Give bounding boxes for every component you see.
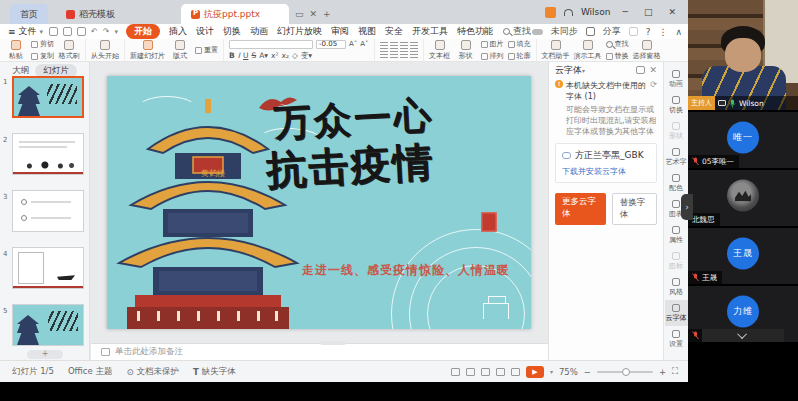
sidebar-item-transition[interactable]: 切换 <box>665 92 688 118</box>
slide-thumbnail-5[interactable] <box>12 304 84 346</box>
close-tab-icon[interactable]: ✕ <box>310 4 318 24</box>
text-effects-button[interactable]: 变▾ <box>301 51 312 61</box>
slideshow-play-button[interactable]: ▶ <box>526 366 544 378</box>
tab-review[interactable]: 审阅 <box>331 25 349 38</box>
strikethrough-button[interactable]: S <box>251 51 256 60</box>
outline-button[interactable]: 轮廓 <box>508 51 531 61</box>
align-center-icon[interactable] <box>390 51 398 58</box>
tab-docer-templates[interactable]: 稻壳模板 <box>56 4 125 24</box>
zoom-in-button[interactable]: + <box>659 367 666 377</box>
clear-format-button[interactable]: ◇ <box>292 51 298 60</box>
slide-thumbnail-1[interactable] <box>12 76 84 118</box>
present-tools-button[interactable]: 演示工具 <box>574 40 602 61</box>
participant-tile[interactable]: 力维 巢力维 <box>688 286 798 342</box>
indent-decrease-icon[interactable] <box>400 42 408 49</box>
slide-title-textbox[interactable]: 万众一心 抗击疫情 <box>273 92 525 190</box>
participant-tile[interactable]: 王晟 王晟 <box>688 228 798 284</box>
more-cloud-fonts-button[interactable]: 更多云字体 <box>555 193 606 225</box>
slide-thumbnail-4[interactable] <box>12 247 84 289</box>
maximize-button[interactable]: □ <box>640 7 657 17</box>
more-icon[interactable]: ⋮ <box>658 27 667 37</box>
textbox-button[interactable]: 文本框 <box>429 40 451 61</box>
bullets-icon[interactable] <box>380 42 388 49</box>
share-button[interactable]: 分享 <box>603 25 621 38</box>
notes-bar[interactable]: 单击此处添加备注 <box>91 343 548 360</box>
sidebar-item-color-scheme[interactable]: 配色 <box>665 170 688 196</box>
paste-button[interactable]: 粘贴 <box>5 40 27 61</box>
slide-thumbnail-2[interactable] <box>12 133 84 175</box>
slide-thumbnail-3[interactable] <box>12 190 84 232</box>
zoom-slider[interactable] <box>597 371 653 373</box>
font-name-combobox[interactable] <box>229 40 313 49</box>
align-right-icon[interactable] <box>400 51 408 58</box>
protection-status[interactable]: ⊙ 文档未保护 <box>126 366 179 378</box>
grow-font-button[interactable]: A˄ <box>349 40 357 48</box>
undo-icon[interactable]: ↶ <box>91 27 98 36</box>
tab-document-active[interactable]: 抗疫ppt.pptx <box>181 4 289 24</box>
new-tab-button[interactable]: + <box>323 4 331 24</box>
close-panel-icon[interactable]: ✕ <box>649 65 657 75</box>
notes-resize-handle[interactable] <box>320 341 346 345</box>
chevron-down-icon[interactable]: ▾ <box>582 67 585 74</box>
sidebar-item-animation[interactable]: 动画 <box>665 66 688 92</box>
picture-button[interactable]: 图片 <box>481 39 504 49</box>
cut-button[interactable]: 剪切 <box>31 39 54 49</box>
tab-transition[interactable]: 切换 <box>223 25 241 38</box>
theme-name[interactable]: Office 主题 <box>68 366 113 378</box>
file-menu[interactable]: ≡ 文件 ▾ <box>0 25 49 38</box>
tab-start[interactable]: 开始 <box>126 24 160 39</box>
copy-button[interactable]: 复制 <box>31 51 54 61</box>
bold-button[interactable]: B <box>229 51 235 60</box>
comments-icon[interactable] <box>511 368 520 376</box>
arrange-button[interactable]: 排列 <box>481 51 504 61</box>
comment-bubble-icon[interactable]: ▭ <box>295 4 304 24</box>
replace-font-button[interactable]: 替换字体 <box>612 193 657 225</box>
save-icon[interactable] <box>49 27 58 36</box>
tab-special-features[interactable]: 特色功能 <box>457 25 493 38</box>
slide-sorter-icon[interactable] <box>481 368 490 376</box>
redo-icon[interactable]: ↷ <box>103 27 110 36</box>
shrink-font-button[interactable]: A˅ <box>360 40 368 48</box>
tab-insert[interactable]: 插入 <box>169 25 187 38</box>
sidebar-item-settings[interactable]: 设置 <box>665 326 688 352</box>
format-painter-button[interactable]: 格式刷 <box>58 40 80 61</box>
tab-home[interactable]: 首页 <box>10 4 48 24</box>
sync-status[interactable]: 未同步 <box>551 25 578 38</box>
play-from-start-button[interactable]: 从头开始 <box>91 40 119 61</box>
collapse-ribbon-icon[interactable]: ∧ <box>675 27 682 37</box>
user-avatar[interactable] <box>545 7 556 18</box>
find-command[interactable]: 查找 <box>503 25 531 38</box>
sidebar-item-style[interactable]: 风格 <box>665 274 688 300</box>
download-install-link[interactable]: 下载并安装云字体 <box>562 166 650 177</box>
find-button[interactable]: 查找 <box>606 39 629 49</box>
underline-button[interactable]: U <box>243 51 249 60</box>
shapes-button[interactable]: 形状 <box>455 40 477 61</box>
tab-animation[interactable]: 动画 <box>250 25 268 38</box>
zoom-slider-knob[interactable] <box>622 368 630 376</box>
play-options-chevron-icon[interactable]: ▾ <box>550 368 553 375</box>
customize-toolbar-icon[interactable]: ▾ <box>114 28 118 36</box>
doc-assistant-button[interactable]: 文档助手 <box>542 40 570 61</box>
zoom-level[interactable]: 75% <box>559 367 578 377</box>
fill-button[interactable]: 填充 <box>508 39 531 49</box>
selection-pane-button[interactable]: 选择窗格 <box>633 40 661 61</box>
participant-tile[interactable]: 北魏思 <box>688 170 798 226</box>
italic-button[interactable]: I <box>238 51 240 60</box>
sidebar-item-wordart[interactable]: 艺术字 <box>665 144 688 170</box>
font-size-combobox[interactable]: -0.05 <box>316 40 346 49</box>
superscript-button[interactable]: x² <box>271 51 278 60</box>
sidebar-item-properties[interactable]: 属性 <box>665 222 688 248</box>
indent-increase-icon[interactable] <box>410 42 418 49</box>
zoom-out-button[interactable]: − <box>584 367 591 377</box>
output-icon[interactable] <box>63 27 72 36</box>
refresh-icon[interactable]: ⟳ <box>650 80 657 89</box>
new-slide-button[interactable]: 新建幻灯片 <box>130 40 165 61</box>
add-slide-button[interactable]: + <box>27 350 63 359</box>
subscript-button[interactable]: x₂ <box>282 51 289 60</box>
minimize-button[interactable]: ─ <box>619 7 632 17</box>
tab-devtools[interactable]: 开发工具 <box>412 25 448 38</box>
reading-view-icon[interactable] <box>496 368 505 376</box>
align-left-icon[interactable] <box>380 51 388 58</box>
feedback-icon[interactable] <box>636 66 645 74</box>
meeting-icon[interactable] <box>629 27 638 36</box>
